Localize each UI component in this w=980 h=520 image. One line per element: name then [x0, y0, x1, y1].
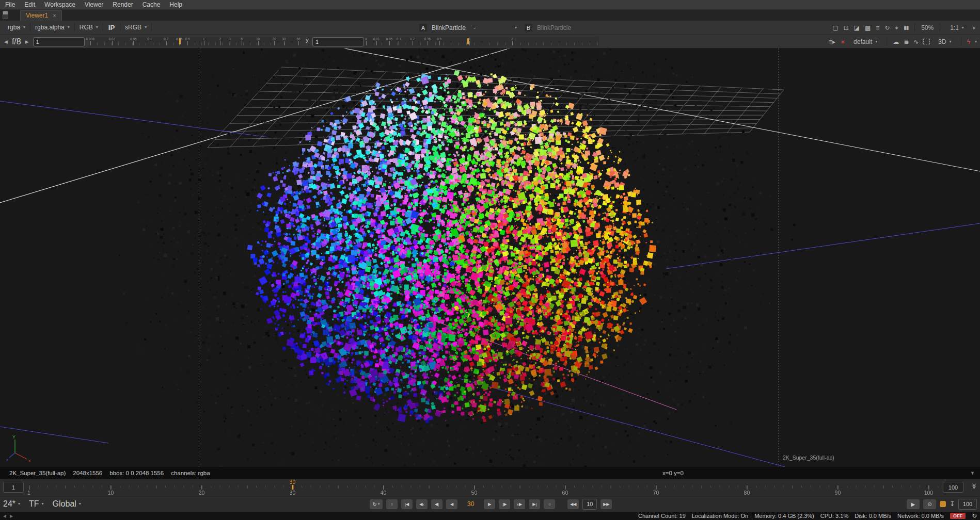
- fps-dropdown[interactable]: 24* ▾: [3, 496, 20, 512]
- gamma-slider[interactable]: 00.010.050.10.20.350.512: [365, 37, 599, 46]
- menu-item-edit[interactable]: Edit: [24, 1, 35, 8]
- nuke-window: FileEditWorkspaceViewerRenderCacheHelp V…: [0, 0, 980, 520]
- tab-viewer1[interactable]: Viewer1 ×: [20, 10, 62, 21]
- goto-end-button[interactable]: ▶|: [529, 499, 540, 509]
- play-forward-button[interactable]: ▶: [484, 499, 495, 509]
- refresh-icon[interactable]: ↻: [884, 25, 890, 31]
- gamma-input[interactable]: 1: [312, 37, 364, 46]
- flash-icon[interactable]: ϟ: [967, 39, 970, 45]
- marquee-selection-icon[interactable]: [923, 39, 930, 44]
- play-backward-button[interactable]: ◀: [446, 499, 457, 509]
- gamma-minor-tick: [489, 43, 490, 45]
- input-a-name[interactable]: BlinkParticle: [432, 24, 466, 31]
- display-channel-dropdown[interactable]: RGB ▾: [76, 21, 102, 34]
- next-arrow-icon[interactable]: ▶: [10, 514, 13, 518]
- chevron-down-icon: ▾: [145, 25, 147, 29]
- info-bar-chevron-icon[interactable]: ▼: [970, 470, 975, 476]
- ab-blend-dropdown[interactable]: - ▾: [470, 23, 520, 32]
- gain-decrease-icon[interactable]: ◀: [4, 39, 8, 44]
- cache-lock-icon[interactable]: [940, 501, 946, 507]
- gain-increase-icon[interactable]: ▶: [25, 39, 29, 44]
- input-a-badge[interactable]: A: [419, 24, 427, 31]
- transport-controls: ↻▾I|◀◀ₖ◀|◀30▶|▶ₖ▶▶|○◀◀10▶▶: [370, 496, 612, 512]
- view-mode-dropdown[interactable]: 3D ▾: [935, 35, 955, 48]
- gain-input[interactable]: 1: [33, 37, 85, 46]
- menu-lines-icon[interactable]: ≡: [876, 25, 879, 31]
- viewer-lut-dropdown[interactable]: sRGB ▾: [121, 21, 150, 34]
- cloud-icon[interactable]: ☁: [893, 39, 899, 45]
- current-frame-value[interactable]: 30: [467, 500, 474, 508]
- monitor-output-icon[interactable]: ⊡: [844, 25, 849, 31]
- menu-item-cache[interactable]: Cache: [143, 1, 161, 8]
- toolbar-collapse-icon[interactable]: »: [971, 26, 977, 29]
- range-start-box[interactable]: 1: [3, 482, 24, 493]
- roi-indicator-icon[interactable]: ∗: [840, 39, 845, 45]
- input-process-button[interactable]: IP: [104, 24, 119, 31]
- range-end-box[interactable]: 100: [943, 482, 963, 493]
- menu-item-file[interactable]: File: [5, 1, 15, 8]
- gamma-minor-tick: [420, 43, 421, 45]
- step-forward-button[interactable]: ▶▶: [600, 499, 612, 509]
- list-icon[interactable]: ≣: [904, 39, 909, 45]
- status-segment-5: Network: 0.0 MB/s: [897, 513, 944, 519]
- flipbook-play-button[interactable]: ▶: [907, 499, 920, 509]
- timeline-mode-dropdown[interactable]: TF ▾: [29, 496, 44, 512]
- fit-format-icon[interactable]: ▢: [832, 25, 838, 31]
- viewer-3d-icons: ≡▸ ∗ default ▾ ☁≣∿ 3D ▾ ϟ ▾: [829, 35, 977, 48]
- input-b-badge[interactable]: B: [525, 24, 532, 31]
- localization-off-badge[interactable]: OFF: [950, 513, 966, 519]
- input-b-name[interactable]: BlinkParticle: [537, 24, 571, 31]
- playback-mode-button[interactable]: ○: [544, 499, 555, 509]
- gamma-tick: [389, 41, 390, 45]
- step-back-button[interactable]: ◀◀: [567, 499, 579, 509]
- gain-handle[interactable]: [179, 38, 181, 44]
- timeline-ruler[interactable]: [25, 479, 940, 496]
- axis-gizmo: Y x z: [6, 434, 35, 464]
- view-mode-value: 3D: [938, 38, 946, 45]
- next-keyframe-button[interactable]: ₖ▶: [514, 499, 525, 509]
- save-flipbook-icon[interactable]: ↧: [950, 501, 955, 507]
- flipbook-range-button[interactable]: ⊙: [923, 499, 936, 509]
- menu-item-render[interactable]: Render: [113, 1, 133, 8]
- input-range-button[interactable]: I: [386, 499, 398, 509]
- prev-arrow-icon[interactable]: ◀: [3, 514, 6, 518]
- fstop-label[interactable]: f/8: [12, 37, 21, 46]
- chevron-down-icon: ▾: [962, 26, 964, 30]
- frame-step-box[interactable]: 10: [582, 499, 597, 510]
- menu-item-viewer[interactable]: Viewer: [85, 1, 103, 8]
- gamma-tick: [413, 41, 413, 45]
- cache-percent-box[interactable]: 100: [958, 499, 977, 510]
- zoom-level-value[interactable]: 50%: [921, 24, 934, 31]
- curve-icon[interactable]: ∿: [913, 39, 919, 45]
- gain-minor-tick: [250, 43, 250, 45]
- pixel-aspect-dropdown[interactable]: 1:1▾: [946, 21, 968, 35]
- menu-item-help[interactable]: Help: [169, 1, 182, 8]
- viewer-3d-canvas[interactable]: [0, 48, 980, 467]
- channels-dropdown[interactable]: rgba ▾: [4, 21, 29, 34]
- display-lut-dropdown[interactable]: default ▾: [850, 35, 881, 48]
- layer-value: rgba.alpha: [35, 24, 65, 31]
- wipe-icon[interactable]: ◪: [854, 25, 860, 31]
- range-mode-dropdown[interactable]: Global ▾: [53, 496, 81, 512]
- loop-mode-button[interactable]: ↻▾: [370, 499, 383, 509]
- stack-icon[interactable]: ▩: [865, 25, 871, 31]
- gamma-minor-tick: [443, 43, 444, 45]
- prev-keyframe-button[interactable]: ◀ₖ: [416, 499, 428, 509]
- goto-start-button[interactable]: |◀: [401, 499, 413, 509]
- ab-wipe-icon[interactable]: ≡▸: [829, 39, 835, 45]
- menu-item-workspace[interactable]: Workspace: [44, 1, 75, 8]
- refresh-icon[interactable]: ↻: [972, 512, 977, 519]
- gamma-handle[interactable]: [467, 38, 469, 44]
- timeline-collapse-icon[interactable]: ≫: [971, 483, 978, 490]
- prev-frame-button[interactable]: ◀|: [431, 499, 442, 509]
- layer-dropdown[interactable]: rgba.alpha ▾: [31, 21, 73, 34]
- guides-icon[interactable]: ⌖: [895, 25, 898, 31]
- gain-slider[interactable]: 0.0080.020.050.10.20.350.5123510203056: [89, 37, 300, 46]
- pane-layout-icon[interactable]: [3, 11, 8, 19]
- divider: [151, 23, 152, 31]
- chevron-down-icon[interactable]: ▾: [975, 40, 977, 44]
- pause-icon[interactable]: ▮▮: [904, 25, 908, 30]
- tab-close-icon[interactable]: ×: [53, 13, 56, 19]
- next-frame-button[interactable]: |▶: [499, 499, 510, 509]
- gain-tick-label: 3: [229, 37, 231, 41]
